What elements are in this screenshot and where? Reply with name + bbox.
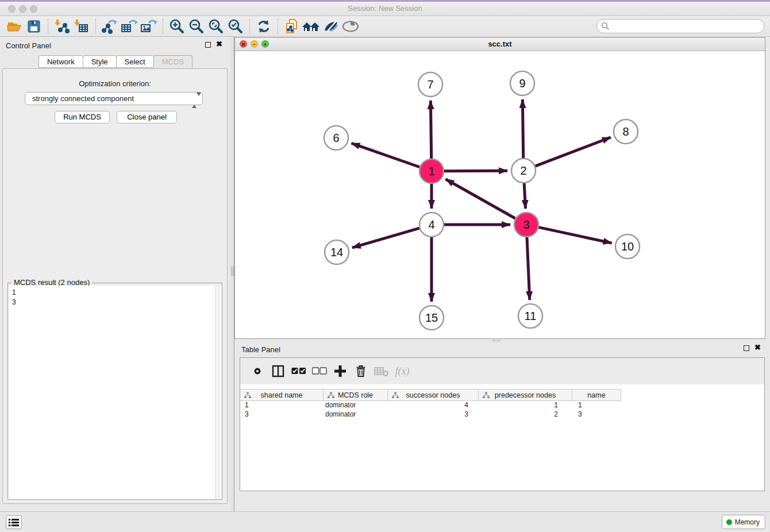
- table-body: 1dominator4113dominator323: [240, 401, 764, 419]
- style-button[interactable]: [321, 18, 341, 35]
- chevron-updown-icon: [192, 94, 197, 103]
- table-cell[interactable]: 4: [388, 401, 479, 410]
- graph-edge-3-10[interactable]: [539, 228, 612, 243]
- graph-edge-1-7[interactable]: [430, 101, 431, 159]
- memory-button[interactable]: Memory: [722, 515, 765, 529]
- delete-table-button: [371, 362, 392, 380]
- mcds-result-text[interactable]: 1 3: [9, 286, 222, 499]
- table-row[interactable]: 3dominator323: [240, 410, 764, 419]
- mcds-panel-body: Optimization criterion: strongly connect…: [2, 68, 228, 504]
- export-image-button[interactable]: [139, 18, 159, 35]
- zoom-fit-button[interactable]: [206, 18, 226, 35]
- table-cell[interactable]: 1: [479, 401, 572, 410]
- export-network-button[interactable]: [100, 18, 120, 35]
- refresh-button[interactable]: [254, 18, 274, 35]
- float-table-panel-icon[interactable]: [744, 345, 749, 351]
- toolbar-separator: [95, 19, 96, 34]
- tab-style[interactable]: Style: [83, 55, 117, 68]
- toolbar-separator: [163, 19, 163, 34]
- home-button[interactable]: [302, 18, 321, 35]
- select-all-icon: [291, 367, 306, 375]
- export-table-icon: [120, 19, 138, 34]
- main-toolbar: [0, 16, 770, 37]
- splitter-handle[interactable]: [231, 267, 234, 276]
- table-cell[interactable]: 3: [572, 410, 621, 419]
- table-cell[interactable]: 1: [240, 401, 324, 410]
- export-image-icon: [140, 19, 158, 34]
- select-all-button[interactable]: [288, 362, 309, 380]
- graph-node-label-9: 9: [519, 77, 525, 90]
- vertical-splitter[interactable]: [230, 37, 234, 511]
- close-panel-button[interactable]: Close panel: [117, 111, 177, 124]
- add-column-button[interactable]: [330, 362, 351, 380]
- duplicate-network-button[interactable]: [282, 18, 302, 35]
- graph-node-label-7: 7: [427, 78, 433, 91]
- criterion-dropdown-value: strongly connected component: [32, 94, 134, 103]
- table-cell[interactable]: dominator: [324, 401, 388, 410]
- table-cell[interactable]: 1: [572, 401, 621, 410]
- export-table-button[interactable]: [120, 18, 139, 35]
- home-icon: [302, 19, 321, 34]
- column-header-label: MCDS role: [338, 391, 373, 399]
- control-panel: Control Panel ✖ Network Style Select MCD…: [0, 37, 230, 511]
- table-cell[interactable]: 2: [479, 410, 572, 419]
- graph-node-label-15: 15: [425, 311, 438, 324]
- table-row[interactable]: 1dominator411: [240, 401, 764, 410]
- close-table-panel-icon[interactable]: ✖: [754, 344, 761, 352]
- column-tree-icon: [483, 392, 490, 399]
- show-hide-details-button[interactable]: [341, 18, 360, 35]
- open-session-button[interactable]: [5, 18, 24, 35]
- zoom-in-icon: [169, 18, 185, 34]
- network-graph[interactable]: 7968124314101511: [235, 51, 765, 338]
- import-table-button[interactable]: [72, 18, 91, 35]
- table-panel: Table Panel ✖: [234, 342, 770, 511]
- column-header-name[interactable]: name: [572, 389, 621, 401]
- deselect-all-button[interactable]: [309, 362, 330, 380]
- column-header-label: shared name: [261, 391, 303, 399]
- table-cell[interactable]: dominator: [324, 410, 388, 419]
- graph-edge-2-8[interactable]: [536, 137, 611, 166]
- graph-edge-3-1[interactable]: [445, 179, 515, 218]
- tab-network[interactable]: Network: [38, 55, 83, 68]
- column-header-shared-name[interactable]: shared name: [240, 389, 324, 401]
- criterion-dropdown[interactable]: strongly connected component: [25, 92, 203, 105]
- run-mcds-button[interactable]: Run MCDS: [55, 111, 110, 124]
- table-settings-button[interactable]: [247, 362, 268, 380]
- column-header-label: name: [587, 391, 605, 399]
- save-session-button[interactable]: [24, 18, 44, 35]
- graph-edge-1-2[interactable]: [444, 171, 507, 171]
- zoom-out-button[interactable]: [187, 18, 206, 35]
- toolbar-separator: [48, 19, 48, 34]
- graph-edge-1-6[interactable]: [351, 143, 419, 167]
- table-toolbar: f(x): [240, 358, 764, 384]
- deselect-all-icon: [312, 367, 327, 375]
- graph-edge-2-3[interactable]: [524, 183, 525, 209]
- result-scrollbar[interactable]: [215, 286, 221, 499]
- graph-edge-4-14[interactable]: [352, 228, 419, 248]
- network-canvas[interactable]: 7968124314101511: [235, 51, 765, 338]
- float-panel-icon[interactable]: [205, 42, 211, 48]
- column-header-predecessor-nodes[interactable]: predecessor nodes: [479, 389, 572, 401]
- delete-button[interactable]: [351, 362, 371, 380]
- table-cell[interactable]: 3: [388, 410, 479, 419]
- tab-mcds[interactable]: MCDS: [153, 55, 192, 68]
- table-cell[interactable]: 3: [240, 410, 324, 419]
- graph-edge-3-11[interactable]: [527, 237, 530, 300]
- task-history-button[interactable]: [6, 515, 22, 529]
- zoom-in-button[interactable]: [167, 18, 187, 35]
- column-header-MCDS-role[interactable]: MCDS role: [324, 389, 388, 401]
- zoom-selected-button[interactable]: [226, 18, 245, 35]
- search-input[interactable]: [596, 19, 764, 33]
- graph-node-label-10: 10: [621, 240, 634, 253]
- task-list-icon: [9, 518, 19, 527]
- show-columns-button[interactable]: [268, 362, 288, 380]
- graph-node-label-6: 6: [333, 132, 339, 144]
- column-header-successor-nodes[interactable]: successor nodes: [388, 389, 479, 401]
- tab-select[interactable]: Select: [116, 55, 154, 68]
- graph-node-label-11: 11: [525, 310, 537, 322]
- graph-edge-2-9[interactable]: [522, 99, 523, 158]
- toolbar-separator: [249, 19, 250, 34]
- close-panel-icon[interactable]: ✖: [216, 40, 222, 48]
- column-header-label: predecessor nodes: [495, 391, 556, 399]
- import-network-button[interactable]: [52, 18, 72, 35]
